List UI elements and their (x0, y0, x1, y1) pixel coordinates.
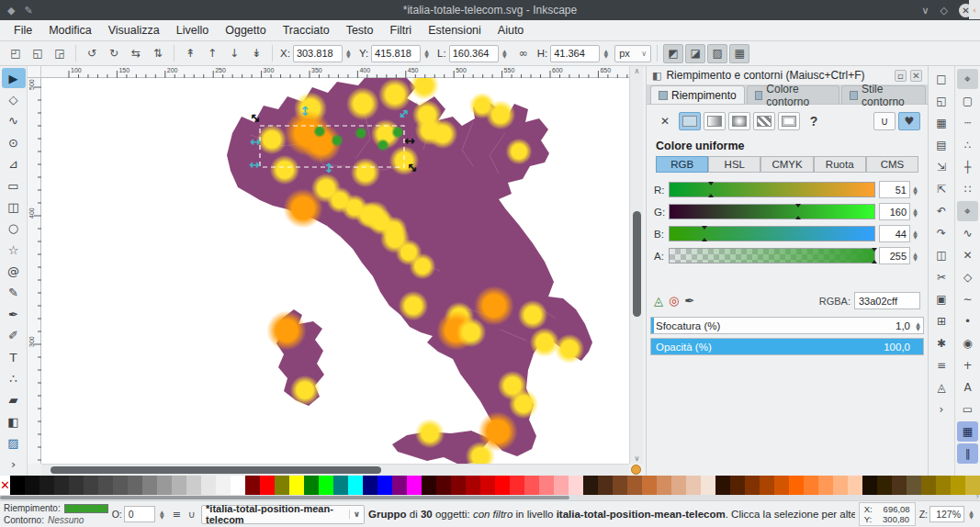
raise-button[interactable]: ↑ (202, 44, 222, 63)
snap-arrow-bottom[interactable]: ↕ (323, 161, 334, 175)
yellow-heat-blob[interactable] (399, 291, 428, 320)
selected-green-dot[interactable] (331, 134, 344, 147)
flip-vertical-button[interactable]: ⇅ (148, 44, 168, 63)
dock-close-button[interactable]: ✕ (910, 70, 922, 82)
slider-track[interactable] (669, 182, 875, 197)
box-3d-tool[interactable]: ◫ (2, 196, 26, 217)
palette-swatch[interactable] (363, 476, 377, 495)
out-of-gamut-icon[interactable]: ◎ (669, 294, 679, 308)
palette-swatch[interactable] (671, 476, 686, 495)
scroll-down-arrow[interactable]: ∨ (630, 454, 644, 463)
snap-bbox-toggle[interactable]: ▢ (957, 91, 978, 111)
color-mode-cmyk[interactable]: CMYK (760, 156, 813, 173)
palette-swatch[interactable] (172, 476, 186, 495)
palette-swatch[interactable] (510, 476, 524, 495)
palette-swatch[interactable] (10, 476, 25, 495)
select-all-layers-button[interactable]: ◱ (28, 44, 48, 63)
snap-path-intersections-toggle[interactable]: ✕ (957, 245, 978, 265)
affect-corners-toggle[interactable]: ◪ (685, 44, 705, 63)
y-spinner[interactable]: ▲▼ (422, 45, 432, 62)
orange-heat-blob[interactable] (266, 310, 306, 350)
color-mode-ruota[interactable]: Ruota (814, 156, 866, 173)
menu-tracciato[interactable]: Tracciato (275, 21, 338, 39)
palette-swatch[interactable] (39, 476, 54, 495)
x-spinner[interactable]: ▲▼ (344, 45, 354, 62)
tab-riempimento[interactable]: Riempimento (650, 85, 745, 104)
layer-selector[interactable]: *italia-total-position-mean-telecom ∨ (201, 505, 365, 524)
snap-toggle[interactable]: ⌖ (957, 69, 978, 89)
swatch-button[interactable] (778, 112, 800, 130)
fill-stroke-dialog-button[interactable]: ◬ (931, 377, 952, 398)
minimize-button[interactable]: ∨ (921, 5, 929, 17)
lock-ratio-toggle[interactable]: ∞ (513, 44, 534, 63)
layer-lock-toggle[interactable]: ∪ (186, 509, 197, 521)
palette-swatch[interactable] (951, 476, 965, 495)
yellow-heat-blob[interactable] (270, 155, 299, 185)
menu-modifica[interactable]: Modifica (40, 21, 100, 39)
scale-handle-e[interactable]: ↔ (404, 133, 415, 148)
canvas[interactable]: ↔↔↔↕↔↔↔↕ (41, 78, 629, 464)
vertical-scrollbar[interactable]: ∧ ∨ (629, 66, 643, 464)
rotate-cw-button[interactable]: ↻ (104, 44, 124, 63)
zoom-tool[interactable]: ⊙ (2, 132, 26, 152)
calligraphy-tool[interactable]: ✐ (2, 326, 26, 346)
measure-tool[interactable]: ⊿ (2, 154, 26, 174)
open-button[interactable]: ◱ (931, 91, 952, 111)
more-commands-button[interactable]: › (931, 399, 952, 420)
selected-green-dot[interactable] (391, 126, 404, 139)
vertical-ruler[interactable]: 500400300 (28, 78, 41, 464)
palette-swatch[interactable] (613, 476, 627, 495)
snap-arrow-w[interactable]: ↔ (250, 134, 261, 149)
yellow-heat-blob[interactable] (415, 116, 445, 145)
palette-swatch[interactable] (407, 476, 422, 495)
yellow-heat-blob[interactable] (530, 328, 559, 357)
pattern-button[interactable] (753, 112, 775, 130)
spiral-tool[interactable]: @ (2, 261, 26, 281)
eraser-tool[interactable]: ▰ (2, 390, 26, 410)
menu-visualizza[interactable]: Visualizza (100, 21, 168, 39)
palette-swatch[interactable] (686, 476, 701, 495)
cms-triangle-icon[interactable]: ◬ (654, 294, 663, 308)
orange-heat-blob[interactable] (474, 286, 513, 325)
palette-swatch[interactable] (275, 476, 289, 495)
copy-button[interactable]: ◫ (931, 245, 952, 265)
palette-swatch[interactable] (892, 476, 907, 495)
snap-guides-toggle[interactable]: ∥ (957, 443, 978, 464)
print-button[interactable]: ▤ (931, 135, 952, 155)
horizontal-scrollbar-thumb[interactable] (51, 466, 381, 474)
width-spinner[interactable]: ▲▼ (500, 45, 510, 62)
color-mode-rgb[interactable]: RGB (656, 156, 708, 173)
palette-swatch[interactable] (231, 476, 245, 495)
opacity-slider[interactable]: Opacità (%) 100,0 ▲▼ (650, 338, 924, 355)
palette-swatch[interactable] (554, 476, 569, 495)
snap-grid-toggle[interactable]: ▦ (957, 421, 978, 442)
export-button[interactable]: ⇱ (931, 179, 952, 199)
layers-dialog-button[interactable]: ≡ (931, 355, 952, 376)
palette-scroll-left-arrow[interactable]: ‹ (969, 0, 980, 19)
palette-swatch[interactable] (921, 476, 936, 495)
palette-swatch[interactable] (907, 476, 921, 495)
palette-swatch[interactable] (113, 476, 128, 495)
slider-value-input[interactable]: 160 (879, 203, 910, 220)
yellow-heat-blob[interactable] (346, 87, 379, 120)
slider-value-input[interactable]: 51 (879, 181, 910, 198)
raise-to-top-button[interactable]: ↟ (180, 44, 200, 63)
palette-scrollbar-thumb[interactable] (0, 496, 569, 499)
palette-swatch[interactable] (760, 476, 774, 495)
save-button[interactable]: ▦ (931, 113, 952, 133)
vertical-scrollbar-thumb[interactable] (633, 211, 641, 317)
palette-swatch[interactable] (377, 476, 392, 495)
fill-rule-nonzero-button[interactable]: ♥ (898, 112, 920, 130)
palette-swatch[interactable] (480, 476, 495, 495)
pen-tool[interactable]: ✒ (2, 304, 26, 324)
snap-bbox-corners-toggle[interactable]: ∴ (957, 135, 978, 155)
yellow-heat-blob[interactable] (456, 318, 486, 347)
palette-swatch[interactable] (745, 476, 760, 495)
slider-value-input[interactable]: 255 (879, 247, 910, 264)
palette-scroll-right-arrow[interactable]: › (976, 492, 979, 500)
palette-swatch[interactable] (877, 476, 892, 495)
affect-gradients-toggle[interactable]: ▨ (707, 44, 727, 63)
palette-swatch[interactable] (304, 476, 319, 495)
affect-stroke-toggle[interactable]: ◩ (663, 44, 683, 63)
unit-select[interactable]: px ∨ (614, 45, 651, 62)
